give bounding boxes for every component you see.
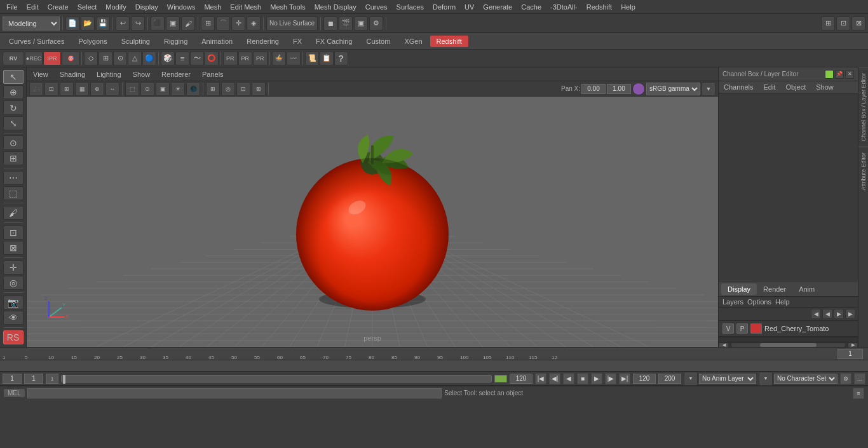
tb2-grid-btn[interactable]: ⊞	[98, 51, 112, 65]
snap-surface-btn[interactable]: ◈	[247, 17, 261, 31]
tab-rigging[interactable]: Rigging	[158, 36, 194, 47]
step-back-btn[interactable]: ◀|	[549, 373, 560, 384]
vp-colorspace-select[interactable]: sRGB gamma Linear Raw	[646, 83, 700, 95]
history-btn[interactable]: ⏹	[323, 17, 337, 31]
redo-btn[interactable]: ↪	[131, 17, 145, 31]
char-set-arrow[interactable]: ▼	[759, 372, 773, 386]
tab-sculpting[interactable]: Sculpting	[115, 36, 156, 47]
tb2-diamond[interactable]: ◇	[84, 51, 98, 65]
layers-menu-help[interactable]: Help	[775, 298, 790, 306]
scroll-left-btn[interactable]: ◀	[719, 343, 729, 348]
vp-wire-btn[interactable]: ⬚	[125, 82, 139, 96]
layout-btn3[interactable]: ⊠	[851, 17, 865, 31]
paint-sel-btn[interactable]: 🖌	[181, 17, 195, 31]
menu-edit[interactable]: Edit	[23, 2, 43, 12]
tb2-help[interactable]: ?	[334, 51, 348, 65]
menu-mesh-tools[interactable]: Mesh Tools	[266, 2, 309, 12]
transform-btn[interactable]: ✛	[3, 261, 24, 275]
vp-isolate-btn[interactable]: ⊡	[236, 82, 250, 96]
play-fwd-btn[interactable]: ▶	[591, 373, 602, 384]
layer-scrollbar[interactable]	[719, 337, 858, 342]
menu-generate[interactable]: Generate	[479, 2, 516, 12]
tb2-script1[interactable]: 📜	[305, 51, 319, 65]
tb2-cube-btn[interactable]: 🎲	[161, 51, 175, 65]
pivot-btn[interactable]: ◎	[3, 276, 24, 290]
vp-xray-btn[interactable]: ◎	[221, 82, 235, 96]
tab-polygons[interactable]: Polygons	[72, 36, 113, 47]
anim-end2-field[interactable]	[658, 374, 681, 384]
anim-layer-select[interactable]: No Anim Layer	[699, 374, 756, 384]
tb2-pr1[interactable]: PR	[223, 51, 238, 65]
timeline-slider-thumb[interactable]	[63, 375, 65, 384]
tb2-rv-btn[interactable]: RV	[3, 51, 24, 65]
tb2-circle-btn[interactable]: ⭕	[205, 51, 219, 65]
layout-btn2[interactable]: ⊡	[836, 17, 850, 31]
snap-curve-btn[interactable]: ⌒	[216, 17, 230, 31]
rotate-tool-btn[interactable]: ↻	[3, 100, 24, 114]
menu-uv[interactable]: UV	[461, 2, 478, 12]
vp-frame-btn[interactable]: ⊕	[90, 82, 104, 96]
tab-redshift[interactable]: Redshift	[430, 36, 468, 47]
vp-pan-x-input[interactable]: 0.00	[581, 84, 606, 94]
tb2-render-btn2[interactable]: 🎯	[62, 51, 79, 65]
menu-windows[interactable]: Windows	[163, 2, 200, 12]
vp-menu-renderer[interactable]: Renderer	[159, 69, 193, 79]
tb2-rec-btn[interactable]: ●REC	[25, 51, 43, 65]
select-tool-btn[interactable]: ↖	[3, 70, 24, 84]
menu-file[interactable]: File	[3, 2, 22, 12]
tb2-bars-btn[interactable]: ≡	[175, 51, 189, 65]
lasso-tool-btn[interactable]: ⋯	[3, 171, 24, 185]
soft-select-btn[interactable]: ⊙	[3, 135, 24, 149]
workspace-select[interactable]: Modeling Rigging Animation Rendering	[3, 17, 60, 31]
menu-3dtoall[interactable]: -3DtoAll-	[546, 2, 581, 12]
tab-curves-surfaces[interactable]: Curves / Surfaces	[3, 36, 71, 47]
lasso-btn[interactable]: ▣	[166, 17, 180, 31]
scroll-right-btn[interactable]: ▶	[848, 343, 858, 348]
tb2-cyl-btn[interactable]: 🔵	[142, 51, 156, 65]
status-history-btn[interactable]: ≡	[853, 388, 864, 399]
scrollbar-thumb[interactable]	[760, 343, 817, 347]
open-file-btn[interactable]: 📂	[81, 17, 95, 31]
vp-light-btn[interactable]: ☀	[171, 82, 185, 96]
tb2-bowl-btn[interactable]: 🍲	[272, 51, 286, 65]
render-settings-btn[interactable]: ⚙	[369, 17, 383, 31]
layer-action-4[interactable]: ▶	[845, 309, 855, 319]
layer-v-btn[interactable]: V	[722, 323, 734, 334]
ch-tab-edit[interactable]: Edit	[758, 81, 780, 93]
vp-menu-shading[interactable]: Shading	[57, 69, 88, 79]
tb2-script2[interactable]: 📋	[320, 51, 334, 65]
vp-iso-btn[interactable]: ↔	[105, 82, 119, 96]
vp-hud-btn[interactable]: ⊠	[252, 82, 266, 96]
vp-ortho-btn[interactable]: ⊞	[60, 82, 74, 96]
no-live-surface-btn[interactable]: No Live Surface	[266, 17, 318, 31]
layer-action-3[interactable]: ▶	[834, 309, 844, 319]
tb2-pr3[interactable]: PR	[253, 51, 268, 65]
ch-color-btn[interactable]	[825, 70, 834, 79]
tab-rendering[interactable]: Rendering	[240, 36, 285, 47]
show-manip-btn[interactable]: ⊞	[3, 151, 24, 165]
vp-res-btn[interactable]: ⊞	[206, 82, 220, 96]
frame-thumb[interactable]: 1	[46, 374, 58, 384]
menu-surfaces[interactable]: Surfaces	[393, 2, 428, 12]
ch-tab-channels[interactable]: Channels	[719, 81, 758, 93]
new-file-btn[interactable]: 📄	[65, 17, 79, 31]
tb2-ipr-btn[interactable]: IPR	[43, 51, 61, 65]
canvas-area[interactable]: persp Y X Z	[27, 97, 718, 347]
menu-select[interactable]: Select	[74, 2, 101, 12]
vp-menu-lighting[interactable]: Lighting	[94, 69, 124, 79]
layers-menu-layers[interactable]: Layers	[722, 298, 743, 306]
anim-more-btn[interactable]: …	[854, 373, 865, 384]
tb2-pr2[interactable]: PR	[238, 51, 253, 65]
char-set-select[interactable]: No Character Set	[774, 374, 837, 384]
mel-tag[interactable]: MEL	[4, 389, 25, 397]
disp-tab-anim[interactable]: Anim	[792, 283, 821, 295]
menu-display[interactable]: Display	[132, 2, 162, 12]
layer-p-btn[interactable]: P	[736, 323, 748, 334]
menu-mesh[interactable]: Mesh	[200, 2, 225, 12]
menu-cache[interactable]: Cache	[517, 2, 545, 12]
menu-help[interactable]: Help	[617, 2, 639, 12]
vp-menu-show[interactable]: Show	[130, 69, 153, 79]
disp-tab-display[interactable]: Display	[721, 283, 757, 295]
menu-create[interactable]: Create	[44, 2, 72, 12]
tb2-wave-btn[interactable]: 〜	[190, 51, 204, 65]
